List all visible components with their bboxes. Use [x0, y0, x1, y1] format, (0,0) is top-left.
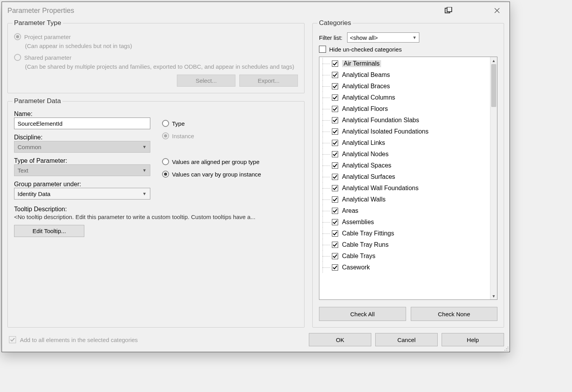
- category-item[interactable]: Casework: [319, 262, 490, 273]
- category-item[interactable]: Cable Tray Runs: [319, 239, 490, 250]
- category-item[interactable]: Analytical Spaces: [319, 160, 490, 171]
- help-context-icon[interactable]: [440, 4, 457, 17]
- category-checkbox[interactable]: [332, 106, 338, 112]
- category-item[interactable]: Analytical Beams: [319, 69, 490, 80]
- parameter-type-group: Parameter Type Project parameter (Can ap…: [7, 19, 305, 93]
- svg-point-3: [506, 348, 507, 349]
- category-checkbox[interactable]: [332, 174, 338, 180]
- ok-button[interactable]: OK: [309, 333, 371, 346]
- category-item[interactable]: Analytical Walls: [319, 194, 490, 205]
- category-checkbox[interactable]: [332, 94, 338, 101]
- category-item[interactable]: Analytical Links: [319, 137, 490, 148]
- instance-radio: Instance: [162, 132, 298, 139]
- category-label: Analytical Foundation Slabs: [342, 117, 419, 124]
- category-label: Analytical Floors: [342, 105, 388, 112]
- category-label: Areas: [342, 207, 358, 214]
- category-item[interactable]: Analytical Floors: [319, 103, 490, 114]
- discipline-select: Common ▼: [14, 141, 150, 153]
- category-checkbox[interactable]: [332, 61, 338, 67]
- svg-rect-1: [447, 7, 452, 12]
- hide-unchecked-checkbox[interactable]: Hide un-checked categories: [319, 46, 497, 53]
- scroll-thumb[interactable]: [491, 64, 496, 107]
- values-vary-radio[interactable]: Values can vary by group instance: [162, 171, 298, 178]
- svg-point-4: [508, 348, 508, 349]
- category-item[interactable]: Analytical Columns: [319, 92, 490, 103]
- dialog-title: Parameter Properties: [7, 7, 74, 15]
- cancel-button[interactable]: Cancel: [375, 333, 438, 346]
- category-item[interactable]: Analytical Surfaces: [319, 171, 490, 182]
- name-input[interactable]: [14, 118, 150, 129]
- scroll-up-icon[interactable]: ▲: [490, 57, 497, 64]
- shared-parameter-radio: Shared parameter: [14, 54, 298, 61]
- category-item[interactable]: Analytical Braces: [319, 80, 490, 92]
- dialog-footer: Add to all elements in the selected cate…: [2, 328, 510, 352]
- category-item[interactable]: Analytical Nodes: [319, 148, 490, 160]
- category-checkbox[interactable]: [332, 72, 338, 78]
- filter-list-label: Filter list:: [319, 34, 342, 41]
- title-bar: Parameter Properties: [2, 2, 510, 19]
- category-checkbox[interactable]: [332, 83, 338, 89]
- category-item[interactable]: Analytical Isolated Foundations: [319, 126, 490, 137]
- type-radio[interactable]: Type: [162, 120, 298, 127]
- category-checkbox[interactable]: [332, 208, 338, 214]
- category-label: Cable Tray Fittings: [342, 230, 394, 237]
- category-label: Casework: [342, 264, 370, 271]
- category-item[interactable]: Cable Trays: [319, 250, 490, 262]
- chevron-down-icon: ▼: [143, 168, 147, 173]
- filter-list-select[interactable]: <show all> ▼: [347, 32, 419, 43]
- category-item[interactable]: Analytical Wall Foundations: [319, 182, 490, 194]
- shared-parameter-hint: (Can be shared by multiple projects and …: [25, 62, 298, 71]
- tooltip-description-label: Tooltip Description:: [14, 206, 298, 213]
- category-checkbox[interactable]: [332, 219, 338, 225]
- category-label: Assemblies: [342, 219, 374, 226]
- category-checkbox[interactable]: [332, 196, 338, 203]
- categories-tree: Air TerminalsAnalytical BeamsAnalytical …: [319, 57, 497, 300]
- category-checkbox[interactable]: [332, 253, 338, 259]
- project-parameter-hint: (Can appear in schedules but not in tags…: [25, 42, 298, 50]
- svg-point-2: [508, 347, 508, 347]
- categories-legend: Categories: [317, 19, 353, 27]
- category-label: Analytical Nodes: [342, 151, 388, 158]
- category-checkbox[interactable]: [332, 151, 338, 157]
- close-icon[interactable]: [488, 4, 506, 17]
- scrollbar[interactable]: ▲ ▼: [490, 57, 497, 299]
- category-label: Analytical Surfaces: [342, 173, 395, 180]
- svg-point-5: [504, 350, 505, 351]
- type-of-parameter-label: Type of Parameter:: [14, 157, 150, 164]
- category-checkbox[interactable]: [332, 242, 338, 248]
- category-checkbox[interactable]: [332, 128, 338, 135]
- select-button: Select...: [177, 75, 235, 87]
- category-label: Analytical Spaces: [342, 162, 391, 169]
- check-all-button[interactable]: Check All: [319, 307, 406, 321]
- category-item[interactable]: Air Terminals: [319, 58, 490, 69]
- category-checkbox[interactable]: [332, 117, 338, 123]
- name-label: Name:: [14, 110, 150, 118]
- category-item[interactable]: Cable Tray Fittings: [319, 228, 490, 239]
- svg-point-6: [506, 350, 507, 351]
- tooltip-description-text: <No tooltip description. Edit this param…: [14, 214, 298, 220]
- chevron-down-icon: ▼: [412, 35, 417, 40]
- category-label: Analytical Links: [342, 139, 385, 146]
- svg-point-7: [508, 350, 508, 351]
- category-checkbox[interactable]: [332, 185, 338, 191]
- check-none-button[interactable]: Check None: [411, 307, 498, 321]
- category-item[interactable]: Areas: [319, 205, 490, 216]
- add-to-all-label: Add to all elements in the selected cate…: [20, 337, 138, 343]
- category-checkbox[interactable]: [332, 162, 338, 169]
- type-of-parameter-select: Text ▼: [14, 164, 150, 176]
- edit-tooltip-button[interactable]: Edit Tooltip...: [14, 225, 84, 237]
- group-under-select[interactable]: Identity Data ▼: [14, 188, 150, 200]
- project-parameter-radio: Project parameter: [14, 33, 298, 40]
- help-button[interactable]: Help: [442, 333, 504, 346]
- category-item[interactable]: Analytical Foundation Slabs: [319, 114, 490, 126]
- chevron-down-icon: ▼: [143, 144, 147, 149]
- categories-group: Categories Filter list: <show all> ▼ Hid…: [312, 19, 504, 328]
- category-checkbox[interactable]: [332, 230, 338, 237]
- add-to-all-checkbox: [9, 336, 16, 343]
- category-item[interactable]: Assemblies: [319, 216, 490, 228]
- category-checkbox[interactable]: [332, 264, 338, 271]
- scroll-down-icon[interactable]: ▼: [490, 292, 497, 299]
- category-checkbox[interactable]: [332, 140, 338, 146]
- values-aligned-radio[interactable]: Values are aligned per group type: [162, 158, 298, 165]
- resize-grip-icon[interactable]: [503, 346, 509, 351]
